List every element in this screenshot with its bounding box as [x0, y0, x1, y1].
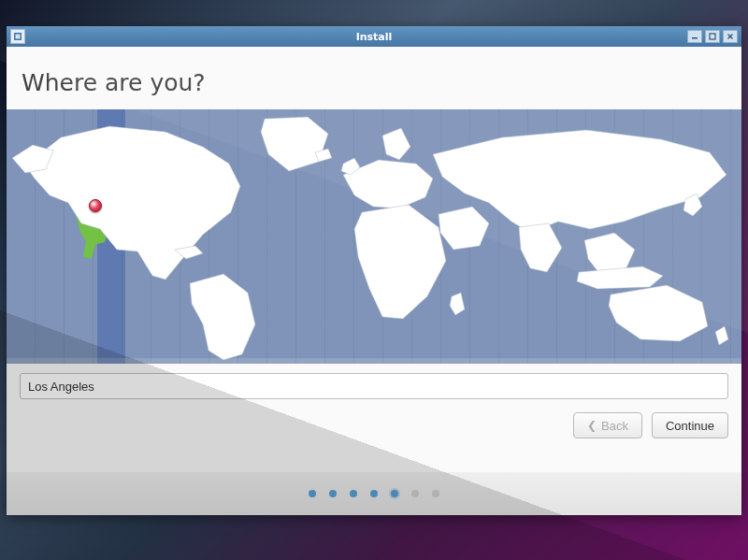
chevron-left-icon: ❮	[587, 419, 597, 432]
minimize-icon	[691, 33, 698, 40]
desktop-background: Install Where are you?	[0, 0, 748, 560]
close-button[interactable]	[723, 30, 738, 43]
svg-rect-1	[16, 35, 21, 39]
installer-content: Where are you?	[7, 47, 741, 515]
progress-dot	[370, 490, 378, 497]
progress-dot	[329, 490, 337, 497]
nav-button-row: ❮ Back Continue	[7, 399, 741, 452]
progress-dot	[350, 490, 357, 497]
window-title: Install	[7, 31, 741, 43]
location-input[interactable]	[20, 373, 728, 399]
close-icon	[726, 33, 734, 40]
svg-rect-3	[710, 34, 715, 39]
window-app-icon	[10, 29, 25, 44]
maximize-icon	[709, 33, 716, 40]
world-landmasses	[7, 109, 741, 364]
progress-dots	[7, 472, 741, 515]
progress-dot	[309, 490, 316, 497]
location-pin-icon	[89, 199, 102, 212]
continue-button-label: Continue	[666, 419, 714, 433]
continue-button[interactable]: Continue	[652, 412, 728, 438]
minimize-button[interactable]	[687, 30, 702, 43]
window-titlebar[interactable]: Install	[7, 26, 741, 47]
timezone-map[interactable]	[7, 109, 741, 364]
back-button-label: Back	[601, 419, 628, 433]
page-heading: Where are you?	[22, 69, 741, 96]
progress-dot	[391, 490, 398, 497]
location-input-row	[7, 364, 741, 399]
window-control-buttons	[687, 30, 738, 43]
progress-dot	[432, 490, 439, 497]
installer-window: Install Where are you?	[7, 26, 741, 515]
maximize-button[interactable]	[705, 30, 720, 43]
progress-dot	[411, 490, 419, 497]
svg-rect-2	[692, 37, 698, 39]
back-button[interactable]: ❮ Back	[573, 412, 642, 438]
